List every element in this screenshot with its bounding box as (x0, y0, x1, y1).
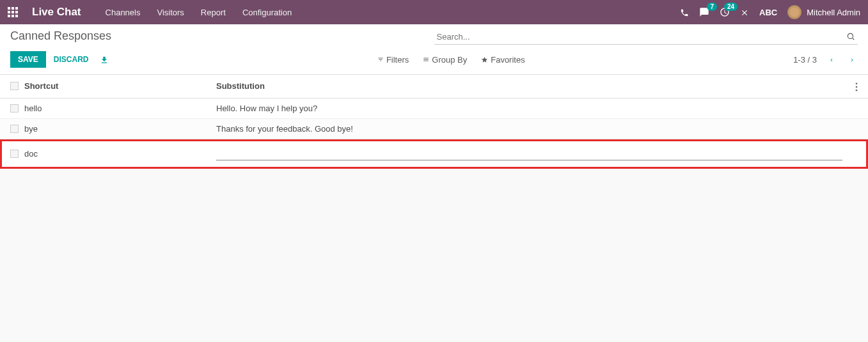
header-substitution[interactable]: Substitution (216, 81, 842, 91)
export-icon[interactable] (100, 54, 109, 65)
kebab-icon (855, 82, 858, 91)
user-menu[interactable]: Mitchell Admin (787, 5, 860, 19)
filters-label: Filters (386, 55, 409, 65)
favorites-label: Favorites (491, 55, 525, 65)
header-checkbox-cell (10, 82, 24, 90)
row-shortcut[interactable]: doc (24, 149, 216, 159)
navbar-right: 7 24 ABC Mitchell Admin (680, 5, 860, 19)
cp-row-top: Canned Responses (10, 29, 858, 45)
messages-icon[interactable]: 7 (699, 7, 709, 18)
table-row[interactable]: bye Thanks for your feedback. Good bye! (0, 119, 868, 139)
save-button[interactable]: SAVE (10, 51, 46, 68)
navbar-left: Live Chat Channels Visitors Report Confi… (8, 6, 292, 19)
top-navbar: Live Chat Channels Visitors Report Confi… (0, 0, 868, 24)
pager-prev[interactable] (826, 54, 837, 65)
apps-icon[interactable] (8, 7, 18, 17)
list-table: Shortcut Substitution hello Hello. How m… (0, 75, 868, 169)
app-title[interactable]: Live Chat (32, 6, 81, 19)
avatar (787, 5, 801, 19)
table-row[interactable]: hello Hello. How may I help you? (0, 98, 868, 119)
groupby-dropdown[interactable]: Group By (423, 55, 467, 65)
row-substitution-editing (216, 148, 842, 160)
row-substitution[interactable]: Thanks for your feedback. Good bye! (216, 124, 842, 134)
filters-dropdown[interactable]: Filters (377, 55, 409, 65)
pager-text: 1-3 / 3 (793, 55, 817, 65)
substitution-input[interactable] (216, 148, 842, 160)
activity-icon[interactable]: 24 (720, 7, 730, 18)
nav-item-configuration[interactable]: Configuration (242, 8, 292, 17)
table-header: Shortcut Substitution (0, 75, 868, 98)
svg-point-0 (848, 33, 853, 38)
row-checkbox[interactable] (10, 150, 19, 158)
favorites-dropdown[interactable]: Favorites (481, 55, 525, 65)
svg-point-4 (856, 89, 858, 91)
header-shortcut[interactable]: Shortcut (24, 81, 216, 91)
activity-badge: 24 (724, 3, 738, 11)
cp-row-bottom: SAVE DISCARD Filters Group By Favorites … (10, 45, 858, 74)
search-wrap (434, 29, 858, 45)
discard-button[interactable]: DISCARD (46, 51, 97, 68)
phone-icon[interactable] (680, 7, 689, 17)
nav-item-report[interactable]: Report (201, 8, 226, 17)
nav-menu: Channels Visitors Report Configuration (106, 8, 292, 17)
control-panel: Canned Responses SAVE DISCARD Filters Gr… (0, 24, 868, 75)
table-row-editing[interactable]: doc (0, 139, 868, 169)
svg-point-3 (856, 86, 858, 88)
close-icon[interactable] (740, 7, 749, 17)
header-options[interactable] (842, 81, 858, 91)
select-all-checkbox[interactable] (10, 82, 19, 90)
groupby-icon (423, 56, 429, 63)
row-shortcut[interactable]: bye (24, 124, 216, 134)
nav-item-channels[interactable]: Channels (106, 8, 141, 17)
messages-badge: 7 (707, 3, 717, 11)
page-title: Canned Responses (10, 29, 111, 43)
row-checkbox[interactable] (10, 125, 19, 133)
pager: 1-3 / 3 (793, 54, 858, 65)
row-checkbox[interactable] (10, 104, 19, 113)
filter-icon (377, 56, 384, 63)
company-label[interactable]: ABC (759, 8, 777, 17)
pager-next[interactable] (846, 54, 858, 65)
search-icon[interactable] (846, 31, 855, 41)
row-shortcut[interactable]: hello (24, 104, 216, 113)
svg-point-2 (856, 82, 858, 84)
filter-bar: Filters Group By Favorites (377, 55, 525, 65)
svg-line-1 (853, 38, 855, 40)
star-icon (481, 56, 488, 63)
search-input[interactable] (434, 29, 858, 45)
row-substitution[interactable]: Hello. How may I help you? (216, 104, 842, 113)
user-name: Mitchell Admin (807, 8, 860, 17)
groupby-label: Group By (432, 55, 467, 65)
nav-item-visitors[interactable]: Visitors (157, 8, 184, 17)
